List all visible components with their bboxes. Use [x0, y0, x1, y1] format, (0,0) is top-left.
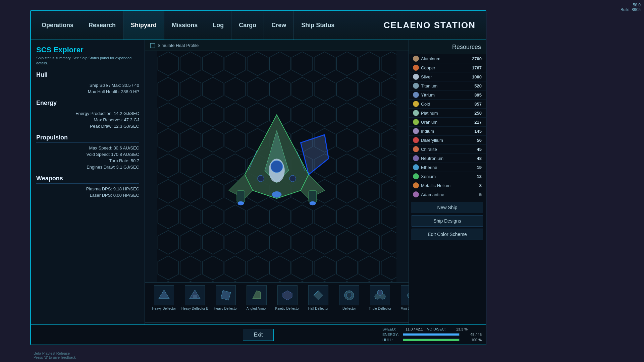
stat-energy-prod: Energy Production: 14.2 GJ/SEC: [36, 111, 139, 116]
svg-point-6: [272, 191, 282, 198]
resource-icon: [413, 191, 419, 197]
new-ship-button[interactable]: New Ship: [412, 202, 483, 213]
resource-row: Etherine 19: [409, 163, 486, 172]
stat-void-speed: Void Speed: 170.8 AU/SEC: [36, 152, 139, 157]
nav-crew[interactable]: Crew: [264, 11, 294, 40]
resource-name: Titanium: [421, 83, 437, 88]
svg-point-32: [377, 290, 383, 295]
status-bar: SPEED: 11.0 / 42.1 VOID/SEC: 13.3 % ENER…: [378, 324, 486, 345]
svg-rect-11: [309, 190, 317, 202]
beta-label: Beta Playtest ReleasePress 'B' to give f…: [34, 351, 76, 359]
stat-laser-dps: Laser DPS: 0.00 HP/SEC: [36, 193, 139, 198]
hull-bar-fill: [403, 339, 459, 341]
resources-title: Resources: [409, 40, 486, 54]
hull-status: HULL: 100 %: [382, 338, 482, 342]
part-icon: [401, 285, 409, 305]
hull-heading: Hull: [36, 71, 139, 80]
part-kinetic-deflector[interactable]: Kinetic Deflector: [272, 285, 303, 311]
nav-cargo[interactable]: Cargo: [231, 11, 264, 40]
energy-heading: Energy: [36, 100, 139, 108]
resource-name: DiBeryllium: [421, 138, 443, 143]
part-icon: [277, 285, 298, 305]
fps-display: 58.0: [621, 3, 641, 7]
resource-name: Metallic Helium: [421, 183, 450, 188]
part-label: Heavy Deflector: [214, 307, 237, 311]
resource-row: Silver 1000: [409, 72, 486, 81]
stat-plasma-dps: Plasma DPS: 9.18 HP/SEC: [36, 186, 139, 191]
exit-button[interactable]: Exit: [243, 329, 274, 341]
edit-color-scheme-button[interactable]: Edit Color Scheme: [412, 229, 483, 240]
resource-name: Gold: [421, 102, 430, 107]
svg-point-12: [310, 201, 316, 205]
part-heavy-deflector-2[interactable]: Heavy Deflector: [211, 285, 241, 311]
nav-ship-status[interactable]: Ship Status: [294, 11, 342, 40]
part-angled-armor[interactable]: Angled Armor: [241, 285, 272, 311]
ship-parts-scroll[interactable]: Heavy Deflector Heavy Deflector B Heavy …: [145, 282, 409, 322]
ship-designs-button[interactable]: Ship Designs: [412, 215, 483, 227]
hull-value: 100 %: [462, 338, 482, 342]
simulate-bar: Simulate Heat Profile: [145, 40, 409, 51]
energy-bar-fill: [403, 334, 459, 336]
resource-icon: [413, 155, 419, 161]
resource-row: Adamantine 5: [409, 190, 486, 199]
part-label: Heavy Deflector: [152, 307, 176, 311]
resource-icon: [413, 164, 419, 170]
hex-grid-area: [145, 51, 409, 282]
resource-name: Uranium: [421, 120, 437, 125]
stat-peak-draw: Peak Draw: 12.3 GJ/SEC: [36, 124, 139, 129]
part-icon: [216, 285, 236, 305]
resource-row: Platinum 250: [409, 109, 486, 118]
resource-row: Metallic Helium 8: [409, 181, 486, 190]
resource-left: Platinum: [413, 110, 438, 116]
resource-row: Copper 1767: [409, 63, 486, 72]
resource-left: Uranium: [413, 119, 437, 125]
void-value: 13.3 %: [447, 327, 468, 331]
resource-list: Aluminum 2700 Copper 1767 Silver 1000 Ti…: [409, 54, 486, 199]
hull-bar-bg: [403, 339, 460, 341]
resource-name: Chiralite: [421, 147, 437, 152]
nav-shipyard[interactable]: Shipyard: [123, 11, 164, 40]
nav-operations[interactable]: Operations: [34, 11, 81, 40]
part-triple-deflector[interactable]: Triple Deflector: [365, 285, 395, 311]
resource-row: Xenium 12: [409, 172, 486, 181]
stat-max-speed: Max Speed: 30.6 AU/SEC: [36, 145, 139, 150]
resource-value: 1000: [472, 74, 482, 79]
main-window: Operations Research Shipyard Missions Lo…: [30, 10, 486, 345]
part-half-deflector[interactable]: Half Deflector: [303, 285, 333, 311]
resource-icon: [413, 74, 419, 80]
resource-name: Neutronium: [421, 156, 443, 161]
resource-left: Etherine: [413, 164, 437, 170]
resource-icon: [413, 92, 419, 98]
simulate-label: Simulate Heat Profile: [158, 43, 199, 48]
resource-left: Metallic Helium: [413, 182, 450, 188]
energy-status: ENERGY: 45 / 45: [382, 333, 482, 337]
svg-point-17: [258, 175, 264, 182]
part-label: Heavy Deflector B: [181, 307, 209, 311]
part-deflector[interactable]: Deflector: [334, 285, 364, 311]
part-heavy-deflector-1[interactable]: Heavy Deflector: [149, 285, 179, 311]
part-label: Mini Deflector: [400, 307, 409, 311]
resource-icon: [413, 101, 419, 107]
resource-value: 395: [474, 93, 482, 98]
resource-left: DiBeryllium: [413, 137, 443, 143]
nav-log[interactable]: Log: [205, 11, 231, 40]
resource-value: 5: [479, 192, 482, 197]
resource-icon: [413, 146, 419, 152]
part-mini-deflector[interactable]: Mini Deflector: [396, 285, 409, 311]
resource-value: 19: [477, 165, 482, 170]
resource-row: Gold 357: [409, 100, 486, 109]
resource-value: 8: [479, 183, 482, 188]
resource-left: Chiralite: [413, 146, 437, 152]
station-title: CELAENO STATION: [383, 20, 482, 31]
center-area: Simulate Heat Profile: [145, 40, 409, 324]
nav-research[interactable]: Research: [81, 11, 123, 40]
part-label: Triple Deflector: [369, 307, 391, 311]
resource-icon: [413, 110, 419, 116]
simulate-checkbox[interactable]: [150, 43, 155, 48]
corner-info: 58.0 Build: 8905: [621, 3, 641, 12]
resource-icon: [413, 119, 419, 125]
svg-rect-24: [221, 290, 230, 300]
nav-missions[interactable]: Missions: [164, 11, 205, 40]
svg-point-10: [237, 201, 244, 205]
part-heavy-deflector-b[interactable]: Heavy Deflector B: [180, 285, 210, 311]
